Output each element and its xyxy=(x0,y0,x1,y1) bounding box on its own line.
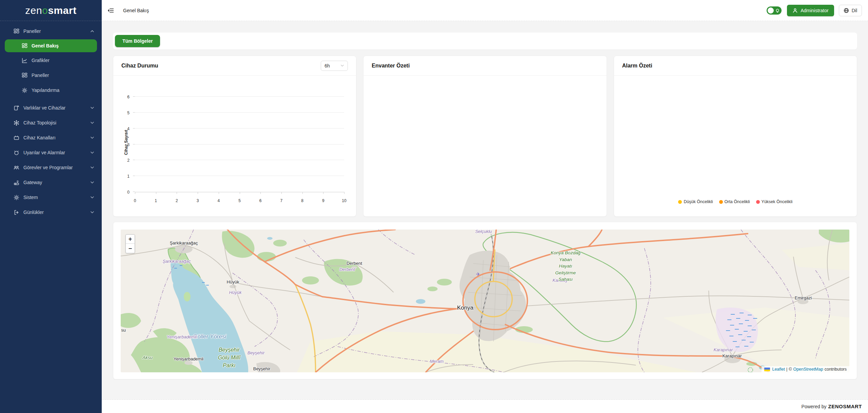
sidebar-item-gunlukler[interactable]: Günlükler xyxy=(0,205,102,220)
alarm-card-header: Alarm Özeti xyxy=(614,56,857,76)
x-tick-label: 6 xyxy=(259,198,262,203)
zoom-in-button[interactable]: + xyxy=(126,235,135,244)
chevron-down-icon xyxy=(90,195,94,199)
sidebar-item-grafikler[interactable]: Grafikler xyxy=(0,53,102,68)
sidebar-item-varliklar-ve-cihazlar[interactable]: Varlıklar ve Cihazlar xyxy=(0,100,102,115)
summary-cards-row: Cihaz Durumu 6h Cihaz Sayısıt 0123456 01… xyxy=(113,56,857,217)
x-tick-mark xyxy=(156,192,156,194)
sidebar-item-gateway[interactable]: Gateway xyxy=(0,175,102,190)
x-tick-mark xyxy=(281,192,282,194)
sidebar-item-paneller-group[interactable]: Paneller xyxy=(0,24,102,39)
y-tick-label: 1 xyxy=(127,174,130,179)
all-regions-button[interactable]: Tüm Bölgeler xyxy=(115,35,160,47)
topology-icon xyxy=(14,120,19,126)
header-actions: Administrator Dil xyxy=(767,5,862,16)
user-button[interactable]: Administrator xyxy=(787,5,834,16)
sidebar-item-paneller[interactable]: Paneller xyxy=(0,68,102,83)
x-tick-label: 10 xyxy=(342,198,346,203)
main-area: Genel Bakış Administrator Dil Tüm Bölgel… xyxy=(102,0,868,413)
alarm-icon xyxy=(14,150,19,156)
sidebar-item-label: Cihaz Topolojisi xyxy=(23,120,56,125)
y-tick-label: 4 xyxy=(127,126,130,131)
legend-label: Yüksek Öncelikli xyxy=(762,199,793,204)
attr-copyright: © xyxy=(789,367,792,372)
sidebar-item-cihaz-topolojisi[interactable]: Cihaz Topolojisi xyxy=(0,115,102,130)
chevron-down-icon xyxy=(90,121,94,125)
app-root: zenosmart Paneller Genel Bakış Grafikler… xyxy=(0,0,868,413)
leaflet-map[interactable]: ŞarkikaraağaçŞarkikaraağaçHüyükHüyükDerb… xyxy=(121,230,849,372)
chevron-down-icon xyxy=(90,165,94,170)
chart-x-ticks: 012345678910 xyxy=(135,196,344,202)
globe-icon xyxy=(844,8,849,13)
powered-by-text: Powered by xyxy=(802,404,827,409)
device-status-card-header: Cihaz Durumu 6h xyxy=(113,56,356,76)
device-icon xyxy=(14,105,19,111)
user-button-label: Administrator xyxy=(801,8,828,13)
logo-part-o: o xyxy=(42,5,48,16)
sidebar-nav: Paneller Genel Bakış Grafikler Paneller … xyxy=(0,21,102,220)
x-tick-label: 7 xyxy=(280,198,283,203)
card-title: Alarm Özeti xyxy=(622,63,652,69)
top-header: Genel Bakış Administrator Dil xyxy=(102,0,868,21)
zoom-out-button[interactable]: − xyxy=(126,244,135,253)
lightbulb-icon xyxy=(775,8,780,13)
panels-icon xyxy=(14,28,19,34)
app-logo: zenosmart xyxy=(0,0,102,21)
sidebar-item-uyarilar-ve-alarmlar[interactable]: Uyarılar ve Alarmlar xyxy=(0,145,102,160)
legend-label: Düşük Öncelikli xyxy=(684,199,713,204)
time-range-value: 6h xyxy=(324,63,330,68)
sidebar-item-label: Gateway xyxy=(23,180,42,185)
alarm-card-body: Düşük Öncelikli Orta Öncelikli Yüksek Ön… xyxy=(614,76,857,216)
x-tick-mark xyxy=(260,192,261,194)
y-tick-label: 3 xyxy=(127,142,130,147)
y-tick-mark xyxy=(133,128,135,129)
sidebar-item-sistem[interactable]: Sistem xyxy=(0,190,102,205)
leaflet-link[interactable]: Leaflet xyxy=(772,367,785,372)
chart-icon xyxy=(22,58,27,63)
legend-item-medium[interactable]: Orta Öncelikli xyxy=(719,199,750,204)
sidebar-item-genel-bakis[interactable]: Genel Bakış xyxy=(5,39,97,52)
x-tick-label: 4 xyxy=(217,198,220,203)
x-tick-mark xyxy=(323,192,323,194)
sidebar-item-cihaz-kanallari[interactable]: Cihaz Kanalları xyxy=(0,130,102,145)
sidebar-item-label: Sistem xyxy=(23,195,38,200)
language-button[interactable]: Dil xyxy=(839,5,862,16)
device-status-chart: Cihaz Sayısıt 0123456 012345678910 xyxy=(113,76,356,216)
legend-dot-low xyxy=(678,200,682,204)
gridline xyxy=(135,160,344,160)
page-footer: Powered by ZENOSMART xyxy=(102,399,868,413)
ukraine-flag-icon xyxy=(764,368,770,371)
menu-fold-icon[interactable] xyxy=(108,7,114,14)
openstreetmap-link[interactable]: OpenStreetMap xyxy=(793,367,823,372)
x-tick-label: 3 xyxy=(197,198,199,203)
y-tick-label: 6 xyxy=(127,95,130,99)
sidebar-item-gorevler-ve-programlar[interactable]: Görevler ve Programlar xyxy=(0,160,102,175)
device-status-card: Cihaz Durumu 6h Cihaz Sayısıt 0123456 01… xyxy=(113,56,356,217)
legend-item-high[interactable]: Yüksek Öncelikli xyxy=(756,199,793,204)
user-icon xyxy=(792,8,798,13)
chart-y-ticks: 0123456 xyxy=(113,97,133,192)
brand-name: ZENOSMART xyxy=(828,404,862,409)
logo-part-zen: zen xyxy=(25,5,42,16)
chevron-down-icon xyxy=(90,210,94,214)
logout-icon xyxy=(14,210,19,215)
gridline xyxy=(135,128,344,129)
page-content: Tüm Bölgeler Cihaz Durumu 6h Cihaz Sayıs… xyxy=(102,21,868,399)
chevron-down-icon xyxy=(90,180,94,184)
sidebar-item-yapilandirma[interactable]: Yapılandırma xyxy=(0,83,102,98)
alarm-summary-card: Alarm Özeti Düşük Öncelikli Orta Öncelik… xyxy=(614,56,857,217)
time-range-select[interactable]: 6h xyxy=(321,61,348,71)
card-title: Envanter Özeti xyxy=(372,63,410,69)
y-tick-label: 2 xyxy=(127,158,130,163)
x-tick-label: 9 xyxy=(322,198,324,203)
gear-icon xyxy=(14,195,19,200)
theme-toggle[interactable] xyxy=(767,6,782,15)
nav-gap xyxy=(0,98,102,100)
map-zoom-control: + − xyxy=(125,234,135,253)
x-tick-mark xyxy=(198,192,198,194)
x-tick-mark xyxy=(219,192,219,194)
gridline xyxy=(135,112,344,113)
legend-item-low[interactable]: Düşük Öncelikli xyxy=(678,199,713,204)
sidebar-item-label: Yapılandırma xyxy=(32,87,59,93)
sidebar-item-label: Görevler ve Programlar xyxy=(23,165,73,170)
